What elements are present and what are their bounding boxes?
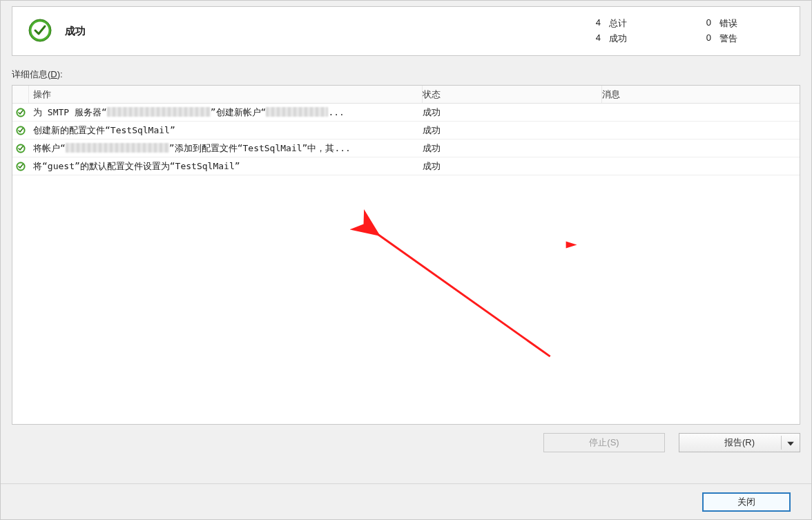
details-grid: 操作 状态 消息 为 SMTP 服务器“”创建新帐户“...成功 创建新的配置文… [12,85,800,425]
cell-status: 成功 [423,124,602,137]
stat-warning-label: 警告 [719,32,789,45]
report-button-separator [781,436,782,450]
stat-success-label: 成功 [609,32,692,45]
cell-action: 创建新的配置文件“TestSqlMail” [29,124,423,137]
cell-action: 将帐户“”添加到配置文件“TestSqlMail”中，其... [29,142,423,155]
grid-header-action[interactable]: 操作 [29,86,423,103]
row-success-icon [12,162,29,171]
stat-total-count: 4 [581,17,609,30]
redacted-text [266,107,328,117]
dialog-footer: 关闭 [1,483,811,519]
table-row[interactable]: 将帐户“”添加到配置文件“TestSqlMail”中，其...成功 [12,139,800,157]
close-button-label: 关闭 [737,496,755,508]
cell-status: 成功 [423,142,602,155]
cell-status: 成功 [423,106,602,119]
details-label: 详细信息(D): [12,68,800,81]
stop-button: 停止(S) [543,433,665,452]
report-button-label: 报告(R) [724,436,755,449]
table-row[interactable]: 为 SMTP 服务器“”创建新帐户“...成功 [12,104,800,122]
close-button[interactable]: 关闭 [702,492,791,512]
grid-header-message[interactable]: 消息 [602,86,800,103]
row-success-icon [12,108,29,117]
stat-success-count: 4 [581,32,609,45]
content-area: 成功 4 总计 0 错误 4 成功 0 警告 详细信息(D): 操作 状态 [12,6,800,479]
cell-status: 成功 [423,160,602,173]
table-row[interactable]: 创建新的配置文件“TestSqlMail”成功 [12,122,800,139]
summary-title: 成功 [65,25,86,38]
stat-error-label: 错误 [719,17,789,30]
cell-action: 将“guest”的默认配置文件设置为“TestSqlMail” [29,160,423,173]
stat-warning-count: 0 [692,32,719,45]
success-icon [28,18,52,45]
row-success-icon [12,126,29,135]
summary-panel: 成功 4 总计 0 错误 4 成功 0 警告 [12,6,800,56]
grid-header: 操作 状态 消息 [12,86,800,104]
redacted-text [66,143,169,153]
table-row[interactable]: 将“guest”的默认配置文件设置为“TestSqlMail”成功 [12,157,800,175]
action-buttons-row: 停止(S) 报告(R) [12,433,800,452]
row-success-icon [12,144,29,153]
grid-header-icon [12,86,29,103]
redacted-text [107,107,211,117]
cell-action: 为 SMTP 服务器“”创建新帐户“... [29,106,423,119]
summary-stats: 4 总计 0 错误 4 成功 0 警告 [581,17,789,45]
wizard-progress-dialog: 成功 4 总计 0 错误 4 成功 0 警告 详细信息(D): 操作 状态 [0,0,812,520]
chevron-down-icon [787,438,794,448]
report-button[interactable]: 报告(R) [679,433,800,452]
grid-header-status[interactable]: 状态 [423,86,602,103]
stat-error-count: 0 [692,17,719,30]
grid-body: 为 SMTP 服务器“”创建新帐户“...成功 创建新的配置文件“TestSql… [12,104,800,175]
stat-total-label: 总计 [609,17,692,30]
stop-button-label: 停止(S) [589,436,619,449]
svg-point-1 [32,21,49,39]
